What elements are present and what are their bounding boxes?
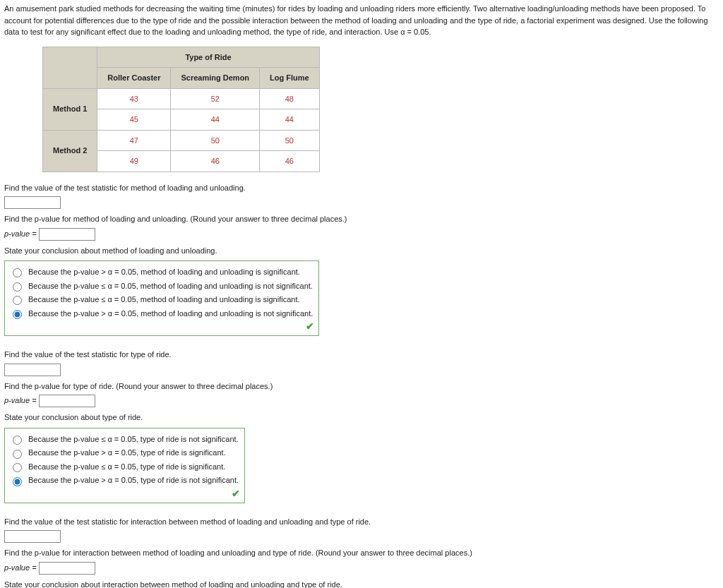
s3-pval-input[interactable] [39,562,95,575]
s2-radio-2[interactable] [13,463,22,472]
s2-pval-input[interactable] [39,395,95,407]
cell: 50 [171,130,260,151]
col-header: Roller Coaster [97,68,171,89]
s1-stat-prompt: Find the value of the test statistic for… [4,182,719,194]
s1-choice-0[interactable]: Because the p-value > α = 0.05, method o… [9,266,313,278]
problem-intro: An amusement park studied methods for de… [4,3,719,38]
s1-pval-label: p-value = [4,229,37,238]
s2-radio-0[interactable] [13,436,22,445]
s1-choice-1[interactable]: Because the p-value ≤ α = 0.05, method o… [9,280,313,292]
table-corner [43,47,97,88]
choice-label: Because the p-value ≤ α = 0.05, method o… [28,280,313,292]
s2-stat-prompt: Find the value of the test statistic for… [4,349,719,361]
s2-pval-label: p-value = [4,396,37,404]
s1-radio-3[interactable] [13,310,22,319]
s2-choice-box: Because the p-value ≤ α = 0.05, type of … [4,428,245,503]
choice-label: Because the p-value ≤ α = 0.05, method o… [28,294,300,306]
cell: 46 [171,151,260,172]
cell: 49 [97,151,171,172]
cell: 43 [97,88,171,109]
s2-choice-1[interactable]: Because the p-value > α = 0.05, type of … [9,447,239,459]
table-top-header: Type of Ride [97,47,319,68]
choice-label: Because the p-value > α = 0.05, type of … [28,474,239,486]
s3-pval-prompt: Find the p-value for interaction between… [4,547,719,559]
row-header-method1: Method 1 [43,88,97,130]
s2-radio-3[interactable] [13,477,22,486]
s1-radio-1[interactable] [13,282,22,292]
col-header: Screaming Demon [171,68,260,89]
choice-label: Because the p-value > α = 0.05, method o… [28,308,313,320]
row-header-method2: Method 2 [43,130,97,172]
s1-choice-3[interactable]: Because the p-value > α = 0.05, method o… [9,308,313,320]
cell: 46 [260,151,320,172]
s3-stat-prompt: Find the value of the test statistic for… [4,516,719,528]
check-icon: ✔ [306,319,314,334]
cell: 44 [260,109,320,131]
s2-choice-2[interactable]: Because the p-value ≤ α = 0.05, type of … [9,461,239,473]
s2-choice-0[interactable]: Because the p-value ≤ α = 0.05, type of … [9,433,239,445]
s2-radio-1[interactable] [13,450,22,459]
choice-label: Because the p-value ≤ α = 0.05, type of … [28,433,239,445]
s1-conclusion-prompt: State your conclusion about method of lo… [4,245,719,257]
s1-choice-box: Because the p-value > α = 0.05, method o… [4,260,319,336]
s2-conclusion-prompt: State your conclusion about type of ride… [4,412,719,424]
choice-label: Because the p-value > α = 0.05, method o… [28,266,300,278]
cell: 44 [171,109,260,131]
s3-pval-label: p-value = [4,563,37,572]
col-header: Log Flume [260,68,320,89]
s2-pval-prompt: Find the p-value for type of ride. (Roun… [4,380,719,392]
cell: 45 [97,109,171,131]
s1-radio-0[interactable] [13,268,22,277]
choice-label: Because the p-value ≤ α = 0.05, type of … [28,461,225,473]
s3-conclusion-prompt: State your conclusion about interaction … [4,579,719,588]
s1-pval-prompt: Find the p-value for method of loading a… [4,213,719,225]
s3-stat-input[interactable] [4,530,61,543]
cell: 50 [260,130,320,151]
s2-stat-input[interactable] [4,364,61,376]
s2-choice-3[interactable]: Because the p-value > α = 0.05, type of … [9,474,239,486]
s1-stat-input[interactable] [4,196,61,209]
cell: 52 [171,88,260,109]
s1-pval-input[interactable] [39,228,95,241]
s1-choice-2[interactable]: Because the p-value ≤ α = 0.05, method o… [9,294,313,306]
check-icon: ✔ [232,486,240,501]
cell: 47 [97,130,171,151]
s1-radio-2[interactable] [13,296,22,305]
cell: 48 [260,88,320,109]
data-table: Type of Ride Roller Coaster Screaming De… [42,47,320,172]
choice-label: Because the p-value > α = 0.05, type of … [28,447,226,459]
